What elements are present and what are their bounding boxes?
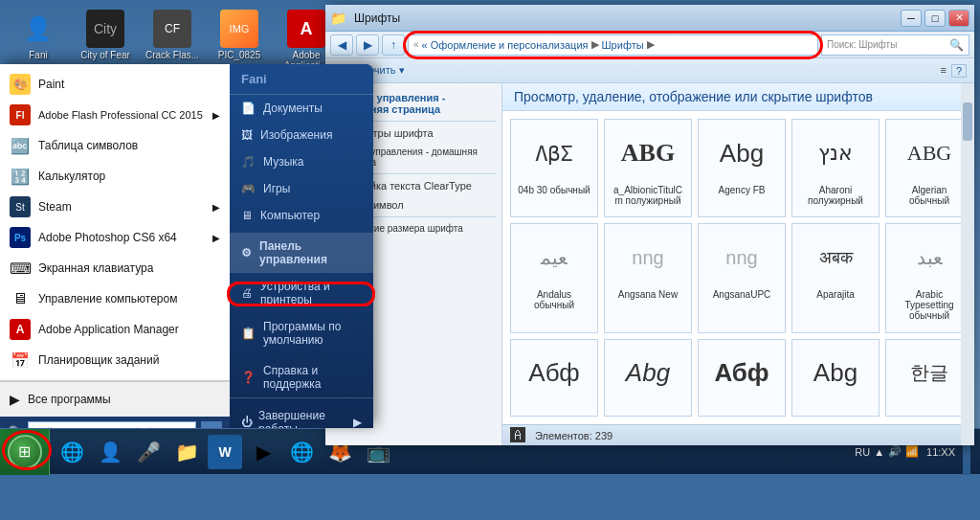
paint-icon: 🎨 [10,74,31,95]
start-menu-right: Fani 📄 Документы 🖼 Изображения 🎵 Музыка … [230,64,373,428]
start-item-paint[interactable]: 🎨 Paint [0,69,230,100]
font-item-aharoni[interactable]: אנץ Aharoni полужирный [791,119,880,217]
calc-icon: 🔢 [10,166,31,187]
status-bar: 🅰 Элементов: 239 [502,424,961,445]
font-item-korean[interactable]: 한글 [885,339,961,417]
font-item-algerian[interactable]: ABG Algerian обычный [885,119,961,217]
font-item-andalus[interactable]: ﻌﻴﻤ Andalus обычный [510,223,598,332]
all-programs-item[interactable]: ▶ Все программы [0,387,230,412]
font-item-aparajita[interactable]: अबक Aparajita [791,223,880,332]
taskbar-icon-word[interactable]: W [208,435,242,469]
start-item-flash[interactable]: Fl Adobe Flash Professional CC 2015 ▶ [0,100,230,130]
minimize-button[interactable]: ─ [901,10,922,27]
scroll-thumb[interactable] [963,102,972,141]
font-name-angsana-new: Angsana New [618,289,678,300]
view-list-icon[interactable]: ≡ [940,64,946,78]
taskbar-icon-media[interactable]: ▶ [246,435,280,469]
steam-icon: St [10,196,31,217]
taskbar-icon-globe[interactable]: 🌐 [55,435,89,469]
start-item-calc[interactable]: 🔢 Калькулятор [0,161,230,192]
right-help[interactable]: ❓ Справка и поддержка [230,357,373,397]
desktop-icon-city[interactable]: City City of Fear [77,10,134,71]
network-icon[interactable]: 📶 [905,445,919,458]
font-name-albionicut: a_AlbionicTitulCm полужирный [610,185,686,206]
font-item-04b30[interactable]: ΛβΣ 04b 30 обычный [510,119,598,217]
desktop-icon-fani[interactable]: 👤 Fani [10,10,67,71]
menu-bar: Упорядочить ▾ ≡ ? [325,58,974,83]
font-preview-cyr1: Абф [516,345,592,402]
window-title: Шрифты [349,11,898,25]
desktop-icon-crack[interactable]: CF Crack Flas... [144,10,201,71]
address-bar[interactable]: « « Оформление и персонализация ▶ Шрифты… [408,34,818,56]
explorer-window: 📁 Шрифты ─ □ ✕ ◀ ▶ ↑ « « Оформление и пе… [325,5,974,445]
start-search-input[interactable] [28,421,196,428]
start-menu-bottom: ▶ Все программы [0,381,230,417]
item-count: Элементов: 239 [535,430,612,441]
start-menu-pinned: 🎨 Paint Fl Adobe Flash Professional CC 2… [0,64,230,381]
devices-icon: 🖨 [241,286,253,300]
right-devices[interactable]: 🖨 Устройства и принтеры [230,273,373,313]
start-item-photoshop[interactable]: Ps Adobe Photoshop CS6 x64 ▶ [0,222,230,253]
start-item-char[interactable]: 🔤 Таблица символов [0,130,230,161]
font-item-arabic-ts[interactable]: ﻌﺒﺪ Arabic Typesetting обычный [885,223,961,332]
right-computer[interactable]: 🖥 Компьютер [230,202,373,229]
tasksched-icon: 📅 [10,350,31,371]
right-music[interactable]: 🎵 Музыка [230,148,373,175]
search-box[interactable]: Поиск: Шрифты 🔍 [821,34,969,56]
fani-label: Fani [29,50,47,60]
shutdown-button[interactable]: ⏻ Завершение работы ▶ [230,403,373,428]
photoshop-icon: Ps [10,227,31,248]
forward-button[interactable]: ▶ [356,34,379,56]
right-control-panel[interactable]: ⚙ Панель управления [230,233,373,273]
font-item-cyr1[interactable]: Абф [510,339,598,417]
font-item-agency[interactable]: Abg Agency FB [698,119,786,217]
start-item-steam[interactable]: St Steam ▶ [0,192,230,222]
close-button[interactable]: ✕ [948,10,969,27]
right-games[interactable]: 🎮 Игры [230,175,373,202]
font-preview-arabic-ts: ﻌﺒﺪ [891,229,961,286]
help-start-icon: ❓ [241,371,256,384]
clock[interactable]: 11:XX [926,446,955,458]
back-button[interactable]: ◀ [330,34,353,56]
font-item-cyr2[interactable]: Абф [698,339,786,417]
vertical-scrollbar[interactable] [961,83,974,445]
right-default-progs[interactable]: 📋 Программы по умолчанию [230,313,373,353]
font-item-albionicut[interactable]: ABG a_AlbionicTitulCm полужирный [604,119,692,217]
font-name-algerian: Algerian обычный [891,185,961,206]
address-part-fonts[interactable]: Шрифты [602,39,644,51]
windows-logo [8,435,42,469]
tray-arrow-icon[interactable]: ▲ [874,446,884,458]
maximize-button[interactable]: □ [924,10,946,27]
char-icon: 🔤 [10,135,31,156]
right-docs[interactable]: 📄 Документы [230,95,373,122]
city-label: City of Fear [80,50,130,60]
right-images[interactable]: 🖼 Изображения [230,122,373,148]
help-icon[interactable]: ? [951,64,967,78]
font-item-lat2[interactable]: Abg [791,339,880,417]
font-item-angsana-new[interactable]: nng Angsana New [604,223,692,332]
taskbar-icon-user[interactable]: 👤 [93,435,127,469]
desktop-icon-pic[interactable]: IMG PIC_0825 [211,10,268,71]
start-item-tasksched[interactable]: 📅 Планировщик заданий [0,345,230,375]
start-item-adobemgr[interactable]: A Adobe Application Manager [0,314,230,345]
taskbar-icon-mic[interactable]: 🎤 [131,435,166,469]
font-name-angsana-upc: AngsanaUPC [713,289,771,300]
font-name-andalus: Andalus обычный [516,289,592,310]
content-header: Просмотр, удаление, отображение или скры… [502,83,961,111]
taskbar-icon-folder[interactable]: 📁 [169,435,204,469]
start-search-button[interactable]: ▶ [201,421,222,428]
start-item-osk[interactable]: ⌨ Экранная клавиатура [0,253,230,283]
start-button[interactable] [0,429,50,475]
font-item-lat1[interactable]: Abg [604,339,692,417]
start-item-compmgmt[interactable]: 🖥 Управление компьютером [0,283,230,314]
taskbar-icon-chrome[interactable]: 🌐 [284,435,319,469]
main-content: Просмотр, удаление, отображение или скры… [502,83,961,445]
font-preview-albionicut: ABG [610,124,686,182]
crack-label: Crack Flas... [145,50,199,60]
address-part-personalization[interactable]: « Оформление и персонализация [422,39,589,51]
font-item-angsana-upc[interactable]: nng AngsanaUPC [698,223,786,332]
volume-icon[interactable]: 🔊 [888,445,902,458]
font-name-arabic-ts: Arabic Typesetting обычный [891,289,961,321]
time-display: 11:XX [926,446,955,458]
up-button[interactable]: ↑ [382,34,405,56]
